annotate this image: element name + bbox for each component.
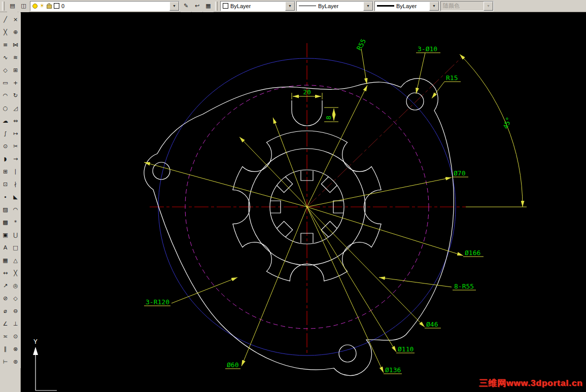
tool-multiline[interactable]: ≡ <box>0 39 11 51</box>
snap-endpoint-icon: □ <box>13 245 18 251</box>
tool-ellipse[interactable]: ⊙ <box>0 140 11 153</box>
tool-stretch[interactable]: ⇔ <box>10 115 21 127</box>
tool-make-block[interactable]: ⊡ <box>0 178 11 191</box>
tool-multiline-text[interactable]: A <box>0 241 11 254</box>
dimension-lines[interactable] <box>144 49 527 374</box>
tool-gradient[interactable]: ▩ <box>0 216 11 229</box>
cad-drawing[interactable]: R55 3-Ø10 R15 45° Ø70 Ø166 8-R55 Ø46 Ø11… <box>21 12 586 392</box>
dimension-labels[interactable]: R55 3-Ø10 R15 45° Ø70 Ø166 8-R55 Ø46 Ø11… <box>146 38 513 374</box>
toolbar-grip[interactable] <box>215 2 218 11</box>
mirror-icon: ⋈ <box>13 42 18 48</box>
tool-dim-angular[interactable]: ∠ <box>0 317 11 330</box>
drawing-canvas[interactable]: R55 3-Ø10 R15 45° Ø70 Ø166 8-R55 Ø46 Ø11… <box>21 12 586 392</box>
tool-lengthen[interactable]: ↦ <box>10 127 21 140</box>
tool-dim-baseline[interactable]: ∥ <box>0 343 11 355</box>
tool-construction-line[interactable]: ╳ <box>0 26 11 39</box>
tool-trim[interactable]: ✂ <box>10 140 21 153</box>
tool-snap-tangent[interactable]: ⊖ <box>10 305 21 317</box>
tool-array[interactable]: ⊞ <box>10 64 21 77</box>
toolbar-grip[interactable] <box>2 2 5 11</box>
tool-snap-node[interactable]: ⊙ <box>10 330 21 343</box>
tool-circle[interactable]: ○ <box>0 102 11 115</box>
tool-arc[interactable]: ◠ <box>0 89 11 102</box>
tool-offset[interactable]: ≋ <box>10 51 21 64</box>
layer-freeze-icon[interactable]: ☀ <box>40 4 45 9</box>
tool-dim-diameter[interactable]: ⌀ <box>0 305 11 317</box>
tool-ellipse-arc[interactable]: ◗ <box>0 153 11 165</box>
make-object-layer-current-icon: ✎ <box>184 3 188 9</box>
tool-table[interactable]: ▦ <box>0 254 11 267</box>
arc-icon: ◠ <box>3 93 8 98</box>
snap-midpoint-icon: △ <box>13 258 17 263</box>
dim-label-d70: Ø70 <box>454 169 465 177</box>
tool-dim-aligned[interactable]: ↗ <box>0 279 11 292</box>
tool-layers-palette[interactable]: ◫ <box>18 0 29 12</box>
tool-region[interactable]: ▣ <box>0 229 11 241</box>
tool-join[interactable]: ⋃ <box>10 229 21 241</box>
tool-snap-quadrant[interactable]: ◇ <box>10 292 21 305</box>
tool-fillet[interactable]: ◠ <box>10 203 21 216</box>
tool-dim-radius[interactable]: ⊘ <box>0 292 11 305</box>
tool-spline[interactable]: ∫ <box>0 127 11 140</box>
quick-dim-icon: ≍ <box>3 334 8 339</box>
tool-make-object-layer-current[interactable]: ✎ <box>181 0 191 12</box>
layer-lock-icon[interactable] <box>47 5 52 9</box>
tool-snap-center[interactable]: ◎ <box>10 279 21 292</box>
tool-snap-settings[interactable]: ⊛ <box>10 355 21 368</box>
fillet-icon: ◠ <box>13 207 18 212</box>
tool-dim-linear[interactable]: ↔ <box>0 267 11 279</box>
polygon-icon: ◇ <box>3 67 7 73</box>
lineweight-dropdown[interactable]: ByLayer ▼ <box>374 1 439 11</box>
tool-dim-continue[interactable]: ⊢ <box>0 355 11 368</box>
multiline-text-icon: A <box>4 245 8 251</box>
tool-copy[interactable]: ⊕ <box>10 26 21 39</box>
snap-node-icon: ⊙ <box>13 334 18 339</box>
tool-rotate[interactable]: ↻ <box>10 89 21 102</box>
tool-polygon[interactable]: ◇ <box>0 64 11 77</box>
tool-snap-endpoint[interactable]: □ <box>10 241 21 254</box>
tool-chamfer[interactable]: ◣ <box>10 191 21 203</box>
construction-line-icon: ╳ <box>4 29 7 35</box>
snap-settings-icon: ⊛ <box>13 359 18 365</box>
tool-break-at-point[interactable]: ∣ <box>10 165 21 178</box>
tool-erase[interactable]: × <box>10 13 21 26</box>
layer-dropdown-arrow[interactable]: ▼ <box>169 2 179 11</box>
tool-rectangle[interactable]: ▭ <box>0 77 11 89</box>
color-dropdown-arrow[interactable]: ▼ <box>285 2 295 11</box>
tool-hatch[interactable]: ▨ <box>0 203 11 216</box>
dim-label-d136: Ø136 <box>385 366 401 374</box>
tool-snap-intersection[interactable]: ╳ <box>10 267 21 279</box>
scale-icon: ◿ <box>13 105 17 111</box>
tool-move[interactable]: + <box>10 77 21 89</box>
tool-explode[interactable]: * <box>10 216 21 229</box>
tool-layer-states[interactable]: ▦ <box>203 0 214 12</box>
tool-snap-midpoint[interactable]: △ <box>10 254 21 267</box>
lineweight-dropdown-arrow[interactable]: ▼ <box>429 2 439 11</box>
tool-line[interactable]: ╱ <box>0 13 11 26</box>
tool-snap-perpendicular[interactable]: ⊥ <box>10 317 21 330</box>
dim-radius-icon: ⊘ <box>3 296 8 301</box>
tool-mirror[interactable]: ⋈ <box>10 39 21 51</box>
tool-insert-block[interactable]: ⊞ <box>0 165 11 178</box>
move-icon: + <box>13 80 18 86</box>
tool-layer-previous[interactable]: ↩ <box>192 0 202 12</box>
layer-buttons-left: ▤◫ <box>7 0 29 12</box>
tool-point[interactable]: ∙ <box>0 191 11 203</box>
tool-scale[interactable]: ◿ <box>10 102 21 115</box>
color-dropdown[interactable]: ByLayer ▼ <box>220 1 295 11</box>
linetype-dropdown[interactable]: ByLayer ▼ <box>296 1 373 11</box>
tool-polyline[interactable]: ∿ <box>0 51 11 64</box>
tool-snap-nearest[interactable]: ⊗ <box>10 343 21 355</box>
dim-label-d46: Ø46 <box>426 320 438 328</box>
layers-palette-icon: ◫ <box>21 3 26 9</box>
tool-extend[interactable]: → <box>10 153 21 165</box>
layer-dropdown[interactable]: ☀ 0 ▼ <box>30 1 180 11</box>
tool-break[interactable]: ∤ <box>10 178 21 191</box>
linetype-dropdown-arrow[interactable]: ▼ <box>363 2 373 11</box>
dim-diameter-icon: ⌀ <box>4 308 7 314</box>
tool-revision-cloud[interactable]: ☁ <box>0 115 11 127</box>
tool-quick-dim[interactable]: ≍ <box>0 330 11 343</box>
layer-on-icon[interactable] <box>32 4 38 9</box>
tool-layer-properties-manager[interactable]: ▤ <box>7 0 18 12</box>
plotstyle-value: 随颜色 <box>443 2 460 10</box>
